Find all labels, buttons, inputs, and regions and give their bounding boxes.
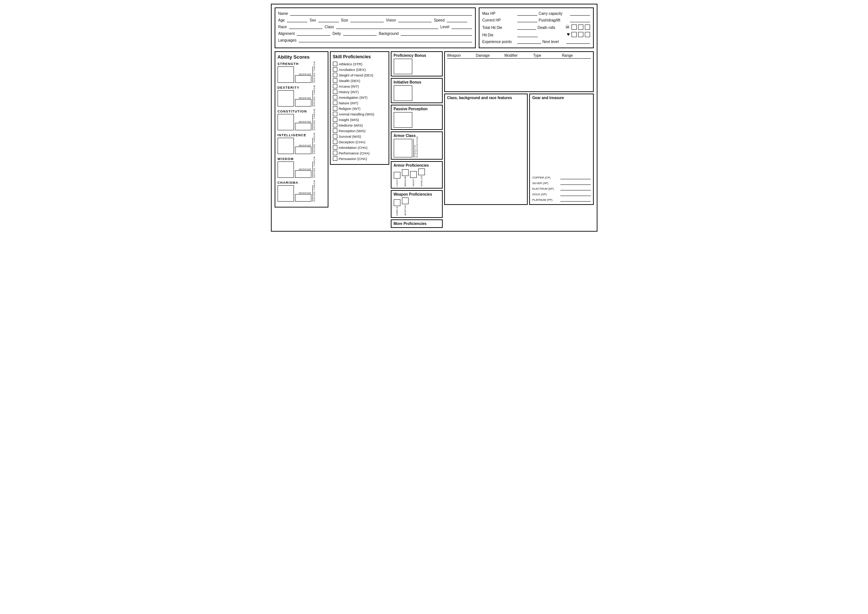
skill-survival: Survival (WIS) [333, 134, 386, 138]
size-field[interactable] [350, 17, 384, 22]
experience-field[interactable] [517, 39, 541, 44]
intelligence-modifier-box[interactable] [295, 147, 312, 154]
investigation-checkbox[interactable] [333, 95, 337, 99]
weapon-martial-checkbox[interactable] [402, 197, 409, 204]
platinum-label: PLATINUM (PP) [532, 198, 559, 202]
carry-capacity-field[interactable] [570, 10, 590, 16]
life-checkbox-2[interactable] [578, 32, 583, 37]
charisma-modifier-box[interactable] [295, 194, 312, 202]
constitution-modifier-box[interactable] [295, 123, 312, 130]
silver-field[interactable] [560, 180, 591, 185]
wisdom-modifier-box[interactable] [295, 171, 312, 178]
age-label: Age [278, 18, 285, 22]
investigation-label: Investigation (INT) [339, 95, 368, 99]
main-section: Ability Scores STRENGTH MODIFIER SAVING … [274, 51, 594, 228]
next-level-field[interactable] [566, 39, 590, 44]
experience-row: Experience points Next level [482, 39, 590, 44]
electrum-field[interactable] [560, 186, 591, 191]
performance-checkbox[interactable] [333, 151, 337, 155]
deception-checkbox[interactable] [333, 140, 337, 144]
deity-field[interactable] [343, 31, 377, 36]
nature-checkbox[interactable] [333, 101, 337, 105]
death-roll-checkbox-3[interactable] [585, 25, 590, 30]
name-field[interactable] [290, 10, 472, 16]
armor-medium: MEDIUM [402, 169, 409, 186]
stealth-checkbox[interactable] [333, 78, 337, 83]
arcana-checkbox[interactable] [333, 84, 337, 88]
death-roll-checkbox-2[interactable] [578, 25, 583, 30]
level-field[interactable] [452, 24, 472, 29]
armor-checkboxes-row: LIGHT MEDIUM HEAVY SHIELDS [394, 169, 440, 186]
persuasion-checkbox[interactable] [333, 156, 337, 161]
sleight-of-hand-label: Sleight of Hand (DEX) [339, 73, 374, 77]
wisdom-score-box[interactable] [277, 161, 294, 178]
acrobatics-checkbox[interactable] [333, 67, 337, 71]
speed-field[interactable] [447, 17, 467, 22]
life-checkbox-3[interactable] [585, 32, 590, 37]
history-checkbox[interactable] [333, 90, 337, 94]
constitution-name: CONSTITUTION [277, 110, 326, 113]
weapon-martial: MARTIAL [402, 197, 409, 215]
age-field[interactable] [287, 17, 307, 22]
constitution-saving-throw-label: SAVING THROW [313, 114, 315, 130]
armor-medium-checkbox[interactable] [402, 169, 409, 176]
intimidation-checkbox[interactable] [333, 145, 337, 150]
charisma-score-box[interactable] [277, 185, 294, 202]
religion-checkbox[interactable] [333, 106, 337, 111]
weapon-simple: SIMPLE [394, 199, 400, 216]
max-hp-row: Max HP Carry capacity [482, 10, 590, 16]
religion-label: Religion (INT) [339, 107, 361, 111]
deity-label: Deity [333, 31, 341, 36]
languages-field[interactable] [299, 37, 472, 42]
dexterity-score-box[interactable] [277, 90, 294, 107]
sex-field[interactable] [318, 17, 339, 22]
initiative-bonus-box[interactable] [394, 85, 412, 101]
platinum-field[interactable] [560, 197, 591, 202]
armor-class-box[interactable] [394, 139, 412, 157]
nature-label: Nature (INT) [339, 101, 358, 105]
hit-die-field[interactable] [517, 32, 538, 37]
armor-light-checkbox[interactable] [394, 172, 400, 178]
arcana-label: Arcana (INT) [339, 84, 359, 88]
intelligence-score-box[interactable] [277, 138, 294, 154]
current-hp-label: Current HP [482, 18, 516, 22]
strength-modifier-box[interactable] [295, 75, 312, 83]
ability-charisma: CHARISMA MODIFIER SAVING THROW [277, 181, 326, 202]
animal-handling-checkbox[interactable] [333, 112, 337, 116]
perception-checkbox[interactable] [333, 129, 337, 133]
sleight-of-hand-checkbox[interactable] [333, 73, 337, 77]
alignment-field[interactable] [297, 31, 330, 36]
athletics-checkbox[interactable] [333, 62, 337, 66]
skill-arcana: Arcana (INT) [333, 84, 386, 88]
copper-field[interactable] [560, 175, 591, 179]
life-checkbox-1[interactable] [572, 32, 577, 37]
class-field[interactable] [336, 24, 438, 29]
dexterity-modifier-box[interactable] [295, 99, 312, 107]
vision-field[interactable] [398, 17, 432, 22]
current-hp-field[interactable] [517, 17, 537, 22]
survival-checkbox[interactable] [333, 134, 337, 138]
armor-light: LIGHT [394, 172, 400, 186]
armor-heavy-checkbox[interactable] [410, 171, 417, 178]
medicine-checkbox[interactable] [333, 123, 337, 127]
death-roll-checkbox-1[interactable] [572, 25, 577, 30]
total-hit-die-field[interactable] [517, 25, 536, 30]
weapon-simple-checkbox[interactable] [394, 199, 400, 206]
background-field[interactable] [401, 31, 472, 36]
strength-name: STRENGTH [277, 62, 326, 66]
gear-treasure-title: Gear and treasure [532, 96, 591, 100]
armor-shields-checkbox[interactable] [418, 169, 425, 175]
gold-field[interactable] [560, 192, 591, 196]
strength-saving-throw-label: SAVING THROW [313, 67, 315, 83]
constitution-score-box[interactable] [277, 114, 294, 130]
max-hp-field[interactable] [517, 10, 537, 16]
race-field[interactable] [289, 24, 322, 29]
dexterity-saving-throw-label: SAVING THROW [313, 90, 315, 107]
push-drag-lift-field[interactable] [570, 17, 590, 22]
passive-perception-box[interactable] [394, 112, 412, 128]
proficiency-bonus-box[interactable] [394, 59, 412, 74]
insight-checkbox[interactable] [333, 117, 337, 122]
skill-acrobatics: Acrobatics (DEX) [333, 67, 386, 71]
weapons-table: Weapon Damage Modifier Type Range [444, 51, 594, 92]
strength-score-box[interactable] [277, 67, 294, 83]
